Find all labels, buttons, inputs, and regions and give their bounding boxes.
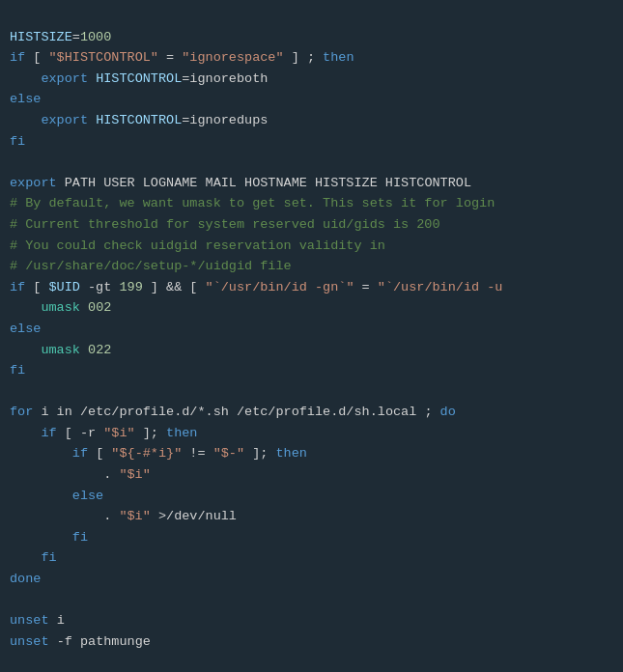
- line-27: done: [10, 572, 41, 586]
- line-22: . "$i": [10, 467, 151, 482]
- line-10: # Current threshold for system reserved …: [10, 217, 440, 232]
- line-13: if [ $UID -gt 199 ] && [ "`/usr/bin/id -…: [10, 280, 502, 294]
- line-17: fi: [10, 363, 25, 378]
- line-2: if [ "$HISTCONTROL" = "ignorespace" ] ; …: [10, 50, 354, 65]
- line-23: else: [10, 489, 103, 503]
- line-25: fi: [10, 530, 88, 545]
- line-3: export HISTCONTROL=ignoreboth: [10, 71, 268, 86]
- line-1: HISTSIZE=1000: [10, 30, 111, 44]
- line-8: export PATH USER LOGNAME MAIL HOSTNAME H…: [10, 176, 471, 190]
- line-29: unset i: [10, 613, 65, 628]
- line-26: fi: [10, 550, 57, 565]
- line-6: fi: [10, 134, 25, 149]
- line-21: if [ "${-#*i}" != "$-" ]; then: [10, 446, 307, 461]
- line-15: else: [10, 322, 41, 336]
- line-19: for i in /etc/profile.d/*.sh /etc/profil…: [10, 405, 456, 419]
- line-4: else: [10, 92, 41, 106]
- line-30: unset -f pathmunge: [10, 634, 151, 649]
- line-12: # /usr/share/doc/setup-*/uidgid file: [10, 259, 292, 273]
- line-20: if [ -r "$i" ]; then: [10, 426, 197, 440]
- line-11: # You could check uidgid reservation val…: [10, 238, 385, 253]
- code-viewer: HISTSIZE=1000 if [ "$HISTCONTROL" = "ign…: [0, 0, 623, 672]
- line-9: # By default, we want umask to get set. …: [10, 196, 495, 210]
- line-16: umask 022: [10, 343, 111, 357]
- line-5: export HISTCONTROL=ignoredups: [10, 113, 268, 127]
- line-14: umask 002: [10, 300, 111, 315]
- line-24: . "$i" >/dev/null: [10, 509, 237, 523]
